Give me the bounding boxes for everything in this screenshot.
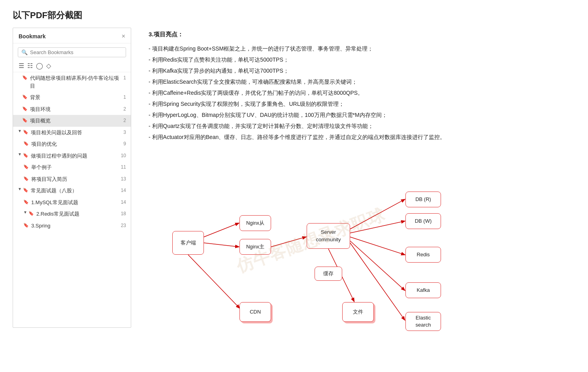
bookmark-icon: 🔖 [22,106,28,111]
item-num: 9 [123,141,126,147]
item-num: 23 [121,223,126,228]
sidebar-item-item1[interactable]: ▶🔖代码随想录项目精讲系列-仿牛客论坛项目1 [13,72,131,92]
bookmark-icon: 🔖 [23,223,29,228]
search-input[interactable] [30,49,122,55]
content-point: - 利用Kafka实现了异步的站内通知，单机可达7000TPS； [149,65,561,76]
expand-arrow: ▼ [23,210,27,214]
bookmark-icon: 🔖 [23,188,28,193]
item-label: 做项目过程中遇到的问题 [31,152,118,160]
sidebar-item-item3[interactable]: ▶🔖项目环境2 [13,103,131,115]
arch-node-nginx_sub: Nginx从 [239,215,271,231]
item-num: 14 [121,188,126,193]
content-point: - 利用Spring Security实现了权限控制，实现了多重角色、URL级别… [149,98,561,109]
svg-line-0 [204,223,239,237]
item-num: 3 [123,130,126,135]
arch-node-file: 文件 [342,302,374,322]
arch-node-elastic: Elastic search [405,312,441,331]
arch-node-redis: Redis [405,247,441,263]
item-label: 代码随想录项目精讲系列-仿牛客论坛项目 [30,74,120,90]
item-num: 13 [121,176,126,182]
sidebar-item-item4[interactable]: ▶🔖项目概览2 [13,115,131,127]
section-title: 3.项目亮点： [149,31,561,38]
item-num: 1 [123,75,126,81]
expand-all-icon[interactable]: ☷ [27,62,33,70]
sidebar-item-item5a[interactable]: 🔖项目的优化9 [13,138,131,150]
toolbar-icons: ☰ ☷ ◯ ◇ [13,60,131,72]
expand-arrow: ▼ [18,152,22,156]
item-label: 2.Redis常见面试题 [36,210,118,218]
sidebar-items: ▶🔖代码随想录项目精讲系列-仿牛客论坛项目1▶🔖背景1▶🔖项目环境2▶🔖项目概览… [13,72,131,327]
arch-node-client: 客户端 [172,231,204,255]
sidebar-item-item5[interactable]: ▼🔖项目相关问题以及回答3 [13,127,131,139]
content-point: - 利用HyperLogLog、Bitmap分别实现了UV、DAU的统计功能，1… [149,109,561,120]
content-point: - 利用Redis实现了点赞和关注功能，单机可达5000TPS； [149,54,561,65]
content-point: - 利用Caffeine+Redis实现了两级缓存，并优化了热门帖子的访问，单机… [149,87,561,98]
item-num: 14 [121,199,126,205]
item-num: 11 [121,164,126,170]
arch-node-cache: 缓存 [315,267,342,281]
content-text: - 项目构建在Spring Boot+SSM框架之上，并统一的进行了状态管理、事… [149,43,561,143]
bookmark-icon: 🔖 [23,164,29,169]
item-num: 2 [123,118,126,123]
arch-node-kafka: Kafka [405,282,441,298]
expand-arrow: ▼ [18,129,22,133]
content-point: - 利用ElasticSearch实现了全文搜索功能，可准确匹配搜索结果，并高亮… [149,76,561,87]
collapse-all-icon[interactable]: ☰ [19,62,24,70]
item-label: 3.Spring [31,222,118,230]
sidebar-item-item6a[interactable]: 🔖举个例子11 [13,162,131,173]
content-point: - 利用Actuator对应用的Bean、缓存、日志、路径等多个维度进行了监控，… [149,132,561,143]
expand-arrow: ▼ [18,187,22,191]
svg-line-4 [350,221,405,233]
svg-line-9 [188,255,239,308]
svg-line-1 [204,243,239,247]
close-icon[interactable]: × [122,33,125,40]
item-label: 背景 [30,94,120,101]
content-point: - 利用Quartz实现了任务调度功能，并实现了定时计算帖子分数、定时清理垃圾文… [149,120,561,132]
bookmark-icon: 🔖 [23,141,29,146]
item-num: 10 [121,153,126,158]
svg-line-6 [350,241,405,290]
bookmark-icon: 🔖 [23,199,29,205]
item-label: 举个例子 [31,163,118,171]
arch-diagram: 客户端Nginx从Nginx主Server community缓存CDN文件DB… [149,152,473,334]
item-label: 将项目写入简历 [31,175,118,183]
bookmark-icon1[interactable]: ◯ [36,62,43,70]
item-label: 项目的优化 [31,140,120,148]
arch-node-db_w: DB (W) [405,213,441,229]
search-box: 🔍 [18,47,126,57]
main-content: 3.项目亮点： - 项目构建在Spring Boot+SSM框架之上，并统一的进… [139,28,574,367]
bookmark-icon: 🔖 [22,118,28,123]
sidebar-item-item7[interactable]: ▼🔖常见面试题（八股）14 [13,185,131,197]
item-label: 1.MySQL常见面试题 [31,199,118,207]
sidebar-item-item6b[interactable]: 🔖将项目写入简历13 [13,173,131,185]
sidebar: Bookmark × 🔍 ☰ ☷ ◯ ◇ ▶🔖代码随想录项目精讲系列-仿牛客论坛… [13,28,131,328]
sidebar-item-item6[interactable]: ▼🔖做项目过程中遇到的问题10 [13,150,131,162]
svg-line-5 [350,237,405,255]
item-label: 常见面试题（八股） [31,187,118,195]
sidebar-title: Bookmark [19,33,45,39]
arch-node-cdn: CDN [239,302,271,322]
sidebar-item-item7c[interactable]: 🔖3.Spring23 [13,220,131,232]
svg-line-3 [350,199,405,229]
item-label: 项目环境 [30,105,120,113]
bookmark-icon: 🔖 [22,94,28,100]
sidebar-item-item7a[interactable]: 🔖1.MySQL常见面试题14 [13,197,131,209]
page-title: 以下PDF部分截图 [0,0,588,28]
sidebar-item-item7b[interactable]: ▼🔖2.Redis常见面试题18 [13,208,131,220]
arch-node-server: Server community [307,223,350,249]
item-num: 2 [123,106,126,112]
bookmark-icon: 🔖 [23,153,28,158]
main-layout: Bookmark × 🔍 ☰ ☷ ◯ ◇ ▶🔖代码随想录项目精讲系列-仿牛客论坛… [0,28,588,367]
sidebar-header: Bookmark × [13,28,131,43]
search-icon: 🔍 [21,49,28,55]
item-num: 18 [121,211,126,216]
item-num: 1 [123,94,126,100]
sidebar-item-item2[interactable]: ▶🔖背景1 [13,92,131,103]
bookmark-icon: 🔖 [23,130,28,135]
bookmark-icon: 🔖 [22,75,28,80]
bookmark-icon2[interactable]: ◇ [46,62,51,70]
bookmark-icon: 🔖 [28,211,34,216]
bookmark-icon: 🔖 [23,176,29,181]
svg-line-2 [271,237,306,247]
arch-node-db_r: DB (R) [405,192,441,207]
